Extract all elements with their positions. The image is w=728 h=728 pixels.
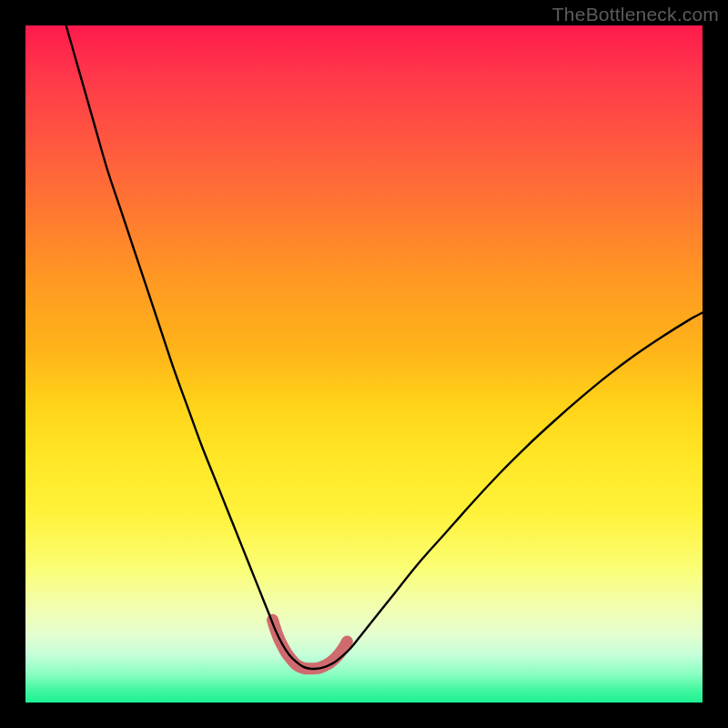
plot-area <box>25 25 703 703</box>
chart-frame: TheBottleneck.com <box>0 0 728 728</box>
curve-layer <box>25 25 703 703</box>
watermark-text: TheBottleneck.com <box>552 4 719 25</box>
bottleneck-curve-path <box>66 25 703 669</box>
